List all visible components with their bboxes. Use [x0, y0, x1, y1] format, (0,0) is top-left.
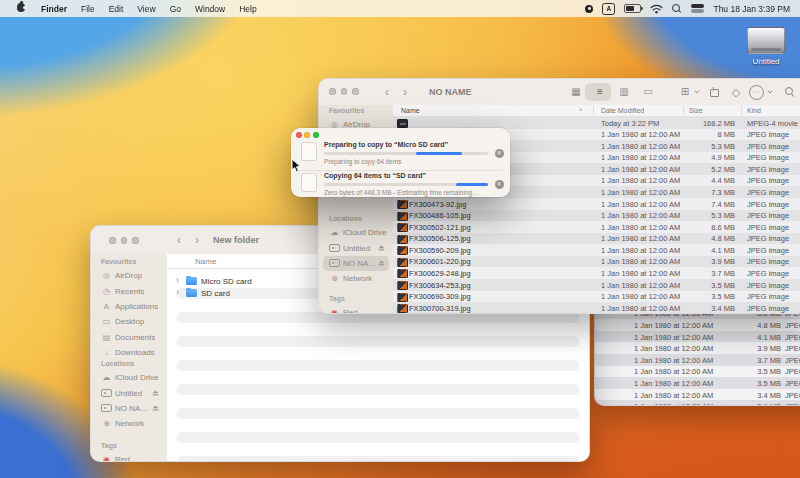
control-center-icon[interactable] — [691, 4, 704, 13]
back-button[interactable]: ‹ — [177, 234, 181, 246]
menu-help[interactable]: Help — [232, 4, 263, 14]
file-row[interactable]: 1 Jan 1980 at 12:00 AM3.7 MBJPEG — [595, 354, 800, 366]
view-gallery-view[interactable]: ▭ — [639, 84, 657, 100]
apple-menu[interactable] — [8, 3, 34, 14]
view-column-view[interactable]: ▥ — [615, 84, 633, 100]
desktop-icon-untitled[interactable]: Untitled — [740, 27, 792, 66]
no-name-toolbar[interactable]: ‹ › NO NAME ▦≡▥▭ ⊞ ◇ ⋯ — [319, 79, 800, 106]
column-header-name[interactable]: Name — [195, 257, 216, 266]
sidebar-item-untitled[interactable]: Untitled — [323, 240, 389, 255]
forward-button[interactable]: › — [195, 234, 199, 246]
wifi-icon[interactable] — [650, 4, 663, 14]
sidebar-item-recents[interactable]: ◷Recents — [95, 283, 163, 298]
minimize-button[interactable] — [341, 88, 348, 95]
file-kind: JPEG — [785, 344, 800, 353]
sidebar-item-network[interactable]: ⊕Network — [95, 416, 163, 431]
file-size: 3.4 MB — [715, 391, 781, 400]
sidebar-item-network[interactable]: ⊕Network — [323, 271, 389, 286]
empty-row — [167, 395, 589, 407]
external-disk-icon — [747, 27, 785, 54]
menu-view[interactable]: View — [130, 4, 162, 14]
sidebar-item-untitled[interactable]: Untitled — [95, 385, 163, 400]
menu-bar-clock[interactable]: Thu 18 Jan 3:39 PM — [713, 4, 792, 14]
sidebar-item-no-na-[interactable]: NO NA… — [323, 256, 389, 271]
copy-progress-window[interactable]: Preparing to copy to “Micro SD card”✕Pre… — [291, 128, 510, 197]
stop-button[interactable]: ✕ — [495, 180, 504, 189]
file-kind: JPEG — [785, 402, 800, 406]
search-button[interactable] — [783, 84, 797, 100]
sidebar-item-red[interactable]: ◉Red — [95, 452, 163, 462]
disclosure-chevron-icon[interactable]: › — [176, 288, 179, 297]
file-row[interactable]: Today at 3:22 PM168.2 MBMPEG-4 movie — [393, 117, 800, 129]
sidebar-item-red[interactable]: ◉Red — [323, 305, 389, 314]
eject-icon[interactable] — [152, 405, 159, 411]
sidebar-item-icloud-drive[interactable]: ☁iCloud Drive — [323, 225, 389, 240]
disclosure-chevron-icon[interactable]: › — [176, 276, 179, 285]
file-row[interactable]: FX300700-319.jpg1 Jan 1980 at 12:00 AM3.… — [393, 302, 800, 314]
view-list-view[interactable]: ≡ — [591, 84, 609, 100]
file-row[interactable]: FX300690-309.jpg1 Jan 1980 at 12:00 AM3.… — [393, 291, 800, 303]
copy-task-title: Copying 64 items to “SD card” — [324, 172, 426, 179]
finder-window-background[interactable]: 1 Jan 1980 at 12:00 AM8.6 MBJPEG1 Jan 19… — [594, 304, 800, 406]
menu-bar: FinderFileEditViewGoWindowHelp A Thu 18 … — [0, 0, 800, 17]
sidebar-item-applications[interactable]: AApplications — [95, 299, 163, 314]
tags-button[interactable]: ◇ — [729, 84, 743, 100]
column-header-kind[interactable]: Kind — [747, 107, 761, 114]
sidebar-item-documents[interactable]: ▤Documents — [95, 330, 163, 345]
file-row[interactable]: FX300601-220.jpg1 Jan 1980 at 12:00 AM3.… — [393, 256, 800, 268]
file-row[interactable]: 1 Jan 1980 at 12:00 AM3.5 MBJPEG — [595, 366, 800, 378]
copy-task-subtitle: Preparing to copy 64 items — [324, 158, 401, 165]
progress-fill — [456, 183, 488, 187]
zoom-button[interactable] — [313, 132, 319, 138]
back-button[interactable]: ‹ — [385, 86, 389, 98]
eject-icon[interactable] — [378, 260, 385, 266]
close-button[interactable] — [329, 88, 336, 95]
eject-icon[interactable] — [152, 390, 159, 396]
column-header-size[interactable]: Size — [689, 107, 703, 114]
screen-record-icon[interactable] — [585, 5, 593, 13]
more-button[interactable]: ⋯ — [749, 84, 764, 100]
eject-icon[interactable] — [378, 245, 385, 251]
file-row[interactable]: 1 Jan 1980 at 12:00 AM3.5 MBJPEG — [595, 377, 800, 389]
file-row[interactable]: 1 Jan 1980 at 12:00 AM4.8 MBJPEG — [595, 319, 800, 331]
file-row[interactable]: 1 Jan 1980 at 12:00 AM4.1 MBJPEG — [595, 331, 800, 343]
file-row[interactable]: FX300506-125.jpg1 Jan 1980 at 12:00 AM4.… — [393, 233, 800, 245]
zoom-button[interactable] — [132, 237, 139, 244]
file-row[interactable]: 1 Jan 1980 at 12:00 AM3.6 MBJPEG — [595, 400, 800, 406]
close-button[interactable] — [296, 132, 302, 138]
sidebar-item-icloud-drive[interactable]: ☁iCloud Drive — [95, 370, 163, 385]
menu-file[interactable]: File — [74, 4, 102, 14]
column-header-name[interactable]: Name — [401, 107, 420, 114]
file-kind: JPEG image — [747, 304, 789, 313]
minimize-button[interactable] — [304, 132, 310, 138]
close-button[interactable] — [109, 237, 116, 244]
file-row[interactable]: FX300502-121.jpg1 Jan 1980 at 12:00 AM8.… — [393, 221, 800, 233]
menu-edit[interactable]: Edit — [102, 4, 131, 14]
stop-button[interactable]: ✕ — [495, 149, 504, 158]
file-row[interactable]: FX300634-253.jpg1 Jan 1980 at 12:00 AM3.… — [393, 279, 800, 291]
file-size: 3.4 MB — [683, 304, 735, 313]
file-row[interactable]: FX300486-105.jpg1 Jan 1980 at 12:00 AM5.… — [393, 210, 800, 222]
zoom-button[interactable] — [352, 88, 359, 95]
sidebar-item-airdrop[interactable]: ◎AirDrop — [95, 268, 163, 283]
file-row[interactable]: FX300629-248.jpg1 Jan 1980 at 12:00 AM3.… — [393, 267, 800, 279]
group-button[interactable]: ⊞ — [677, 84, 693, 100]
battery-icon[interactable] — [624, 4, 641, 13]
file-row[interactable]: 1 Jan 1980 at 12:00 AM3.9 MBJPEG — [595, 342, 800, 354]
view-icon-view[interactable]: ▦ — [567, 84, 585, 100]
spotlight-icon[interactable] — [672, 4, 682, 14]
icloud-icon: ☁ — [329, 228, 340, 237]
file-row[interactable]: 1 Jan 1980 at 12:00 AM3.4 MBJPEG — [595, 389, 800, 401]
column-header-date[interactable]: Date Modified — [601, 107, 644, 114]
input-source-icon[interactable]: A — [602, 3, 615, 15]
list-header[interactable]: Name ^ Date Modified Size Kind — [393, 105, 800, 117]
menu-go[interactable]: Go — [163, 4, 188, 14]
sidebar-item-desktop[interactable]: ▭Desktop — [95, 314, 163, 329]
share-button[interactable] — [707, 84, 721, 100]
menu-window[interactable]: Window — [188, 4, 232, 14]
forward-button[interactable]: › — [403, 86, 407, 98]
menu-finder[interactable]: Finder — [34, 4, 74, 14]
sidebar-item-no-na-[interactable]: NO NA… — [95, 401, 163, 416]
minimize-button[interactable] — [121, 237, 128, 244]
file-row[interactable]: FX300590-209.jpg1 Jan 1980 at 12:00 AM4.… — [393, 244, 800, 256]
